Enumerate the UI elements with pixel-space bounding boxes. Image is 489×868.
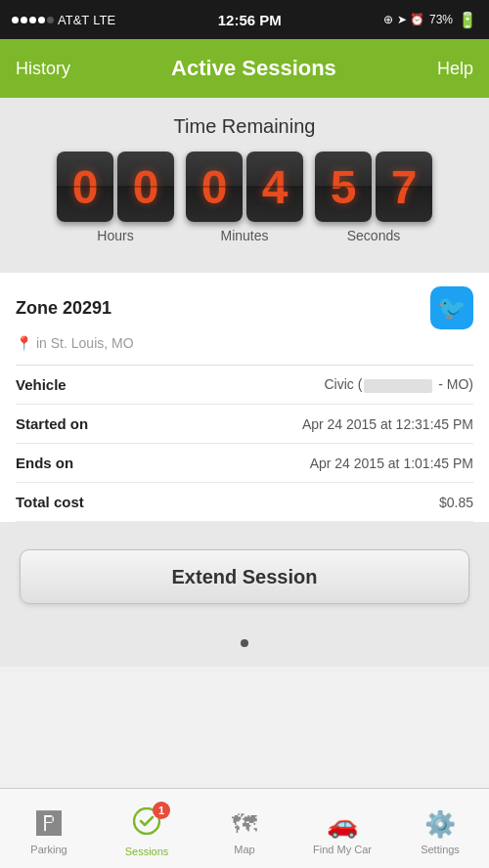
network-label: LTE	[93, 13, 115, 27]
status-bar: AT&T LTE 12:56 PM ⊕ ➤ ⏰ 73% 🔋	[0, 0, 489, 39]
main-content: Time Remaining 0 0 Hours 0 4 Minutes	[0, 98, 489, 667]
signal-dot-1	[12, 17, 19, 23]
timer-seconds-tens: 5	[315, 152, 372, 222]
timer-hours-label: Hours	[97, 228, 133, 243]
nav-title: Active Sessions	[171, 56, 336, 81]
history-button[interactable]: History	[16, 59, 70, 79]
status-time: 12:56 PM	[218, 12, 282, 28]
extend-session-button[interactable]: Extend Session	[20, 549, 469, 604]
timer-minutes-ones: 4	[246, 152, 303, 222]
page-indicator	[0, 624, 489, 657]
details-table: Vehicle Civic ( - MO) Started on Apr 24 …	[16, 365, 473, 522]
zone-row: Zone 20291 🐦	[16, 286, 473, 329]
timer-hours-group: 0 0 Hours	[57, 152, 174, 243]
cost-value: $0.85	[439, 495, 473, 510]
tab-findmycar-label: Find My Car	[313, 844, 372, 855]
tab-parking[interactable]: 🅿 Parking	[0, 789, 98, 868]
twitter-icon: 🐦	[437, 294, 467, 322]
ends-label: Ends on	[16, 455, 73, 471]
tab-parking-label: Parking	[30, 844, 67, 855]
sessions-badge-wrapper: 1	[133, 807, 160, 842]
signal-dot-3	[29, 17, 36, 23]
cost-row: Total cost $0.85	[16, 483, 473, 522]
signal-dot-2	[21, 17, 27, 23]
location-pin-icon: 📍	[16, 335, 32, 351]
timer-seconds-ones: 7	[376, 152, 432, 222]
status-right: ⊕ ➤ ⏰ 73% 🔋	[383, 11, 477, 29]
timer-minutes-label: Minutes	[220, 228, 268, 243]
tab-sessions-label: Sessions	[125, 846, 169, 857]
parking-icon: 🅿	[36, 809, 62, 840]
vehicle-value: Civic ( - MO)	[324, 376, 473, 392]
timer-minutes-group: 0 4 Minutes	[186, 152, 303, 243]
map-icon: 🗺	[232, 809, 257, 840]
carrier-label: AT&T	[58, 13, 89, 27]
twitter-share-button[interactable]: 🐦	[430, 286, 473, 329]
settings-icon: ⚙️	[424, 809, 456, 840]
timer-display: 0 0 Hours 0 4 Minutes 5 7	[20, 152, 469, 243]
vehicle-label: Vehicle	[16, 376, 67, 393]
signal-dot-5	[47, 17, 54, 23]
ends-row: Ends on Apr 24 2015 at 1:01:45 PM	[16, 444, 473, 483]
nav-bar: History Active Sessions Help	[0, 39, 489, 98]
location-text: in St. Louis, MO	[36, 335, 134, 351]
timer-sep-2	[303, 152, 315, 243]
timer-sep-1	[174, 152, 186, 243]
tab-map[interactable]: 🗺 Map	[196, 789, 293, 868]
started-label: Started on	[16, 415, 88, 432]
page-dot	[241, 639, 248, 647]
tab-map-label: Map	[234, 844, 254, 855]
tab-sessions[interactable]: 1 Sessions	[98, 789, 196, 868]
timer-seconds-digits: 5 7	[315, 152, 432, 222]
timer-hours-tens: 0	[57, 152, 113, 222]
timer-section: Time Remaining 0 0 Hours 0 4 Minutes	[0, 98, 489, 263]
extend-section: Extend Session	[0, 522, 489, 624]
location-icon: ⊕ ➤ ⏰	[383, 13, 424, 26]
zone-name: Zone 20291	[16, 298, 111, 319]
vehicle-row: Vehicle Civic ( - MO)	[16, 366, 473, 405]
timer-hours-ones: 0	[117, 152, 174, 222]
timer-hours-digits: 0 0	[57, 152, 174, 222]
plate-redacted	[364, 379, 432, 393]
timer-minutes-digits: 0 4	[186, 152, 303, 222]
timer-minutes-tens: 0	[186, 152, 243, 222]
started-row: Started on Apr 24 2015 at 12:31:45 PM	[16, 405, 473, 444]
started-value: Apr 24 2015 at 12:31:45 PM	[302, 416, 473, 432]
help-button[interactable]: Help	[437, 59, 473, 79]
ends-value: Apr 24 2015 at 1:01:45 PM	[310, 456, 473, 471]
battery-icon: 🔋	[458, 11, 477, 29]
tab-settings[interactable]: ⚙️ Settings	[391, 789, 489, 868]
timer-seconds-group: 5 7 Seconds	[315, 152, 432, 243]
timer-label: Time Remaining	[20, 115, 469, 138]
tab-bar: 🅿 Parking 1 Sessions 🗺 Map 🚗 Find My Car…	[0, 788, 489, 868]
signal-dot-4	[38, 17, 45, 23]
cost-label: Total cost	[16, 494, 84, 510]
info-section: Zone 20291 🐦 📍 in St. Louis, MO Vehicle …	[0, 273, 489, 522]
signal-dots	[12, 17, 54, 23]
findmycar-icon: 🚗	[327, 809, 358, 840]
sessions-badge: 1	[153, 802, 170, 819]
status-left: AT&T LTE	[12, 13, 115, 27]
location-row: 📍 in St. Louis, MO	[16, 335, 473, 351]
battery-label: 73%	[429, 13, 453, 26]
timer-seconds-label: Seconds	[347, 228, 400, 243]
tab-settings-label: Settings	[421, 844, 460, 855]
tab-findmycar[interactable]: 🚗 Find My Car	[293, 789, 391, 868]
